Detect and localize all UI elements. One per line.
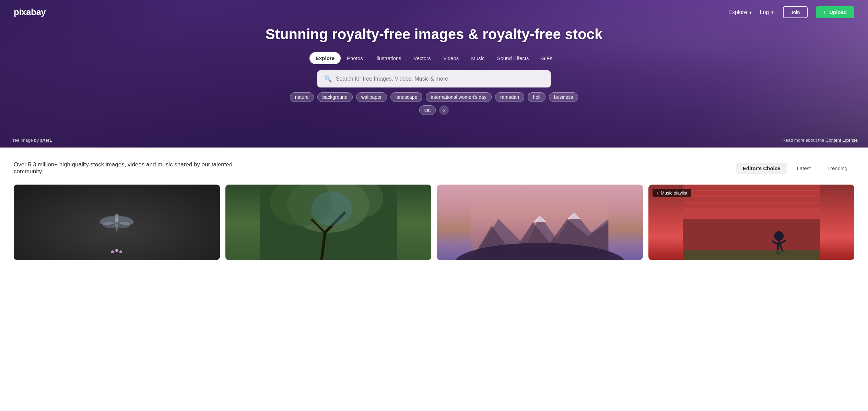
upload-label: Upload [829, 9, 847, 15]
svg-point-23 [774, 231, 784, 241]
hero-title: Stunning royalty-free images & royalty-f… [266, 26, 603, 43]
music-note-icon: ♪ [657, 190, 659, 196]
music-playlist-badge: ♪ Music playlist [653, 189, 692, 197]
svg-rect-20 [683, 191, 820, 196]
flower-decoration [111, 249, 122, 253]
top-navigation: pixabay Explore Log in Join Upload [0, 0, 868, 24]
tag-international-womens-day[interactable]: international women's day [426, 92, 491, 102]
svg-point-5 [115, 214, 119, 218]
tag-business[interactable]: business [549, 92, 578, 102]
tag-ramadan[interactable]: ramadan [495, 92, 524, 102]
svg-point-10 [311, 191, 352, 226]
join-button[interactable]: Join [783, 6, 808, 18]
explore-menu[interactable]: Explore [728, 9, 751, 15]
image-card[interactable] [437, 185, 643, 260]
image-thumbnail [437, 185, 643, 260]
svg-rect-22 [683, 203, 820, 208]
tab-music[interactable]: Music [465, 52, 491, 64]
search-bar: 🔍 [317, 70, 551, 87]
section-header: Over 5.3 million+ high quality stock ima… [14, 161, 854, 175]
filter-tabs: Editor's Choice Latest Trending [736, 163, 854, 174]
image-card[interactable] [14, 185, 220, 260]
upload-button[interactable]: Upload [816, 6, 854, 18]
search-input[interactable] [336, 76, 544, 82]
image-thumbnail [225, 185, 432, 260]
author-link[interactable]: aXer1 [40, 138, 52, 143]
tab-explore[interactable]: Explore [309, 52, 341, 64]
hero-tabs: Explore Photos Illustrations Vectors Vid… [309, 52, 559, 64]
hero-content: Stunning royalty-free images & royalty-f… [0, 26, 868, 115]
image-thumbnail [14, 185, 220, 260]
tab-vectors[interactable]: Vectors [408, 52, 437, 64]
svg-rect-21 [683, 197, 820, 202]
chevron-down-icon [749, 9, 752, 15]
upload-icon [823, 9, 827, 15]
license-info: Read more about the Content License [782, 138, 858, 143]
tab-gifs[interactable]: GIFs [535, 52, 559, 64]
dragonfly-image [89, 205, 144, 239]
tab-videos[interactable]: Videos [437, 52, 465, 64]
tags-next-arrow[interactable]: › [439, 105, 449, 115]
svg-rect-24 [683, 250, 820, 260]
image-grid: ♪ Music playlist [14, 185, 854, 260]
tag-landscape[interactable]: landscape [390, 92, 423, 102]
tag-wallpaper[interactable]: wallpaper [356, 92, 387, 102]
filter-trending[interactable]: Trending [820, 163, 854, 174]
svg-rect-19 [683, 185, 820, 190]
filter-editors-choice[interactable]: Editor's Choice [736, 163, 787, 174]
explore-label: Explore [728, 9, 747, 15]
image-card[interactable] [225, 185, 432, 260]
hero-footer: Free image by aXer1 Read more about the … [10, 138, 858, 143]
section-subtitle: Over 5.3 million+ high quality stock ima… [14, 161, 247, 175]
music-badge-label: Music playlist [661, 190, 687, 196]
search-tags: nature background wallpaper landscape in… [288, 92, 580, 115]
search-icon: 🔍 [324, 75, 332, 83]
tag-nature[interactable]: nature [290, 92, 314, 102]
site-logo[interactable]: pixabay [14, 7, 46, 17]
image-credit: Free image by aXer1 [10, 138, 52, 143]
filter-latest[interactable]: Latest [790, 163, 818, 174]
tab-photos[interactable]: Photos [341, 52, 369, 64]
tab-illustrations[interactable]: Illustrations [369, 52, 408, 64]
tag-background[interactable]: background [317, 92, 353, 102]
image-card[interactable]: ♪ Music playlist [648, 185, 855, 260]
tab-sound-effects[interactable]: Sound Effects [491, 52, 535, 64]
tag-holi[interactable]: holi [528, 92, 546, 102]
tree-image [225, 185, 432, 260]
login-button[interactable]: Log in [760, 9, 775, 15]
mountain-image [437, 185, 643, 260]
main-section: Over 5.3 million+ high quality stock ima… [0, 148, 868, 267]
content-license-link[interactable]: Content License [825, 138, 858, 143]
nav-right: Explore Log in Join Upload [728, 6, 854, 18]
image-thumbnail: ♪ Music playlist [648, 185, 855, 260]
tag-cat[interactable]: cat [419, 105, 436, 115]
